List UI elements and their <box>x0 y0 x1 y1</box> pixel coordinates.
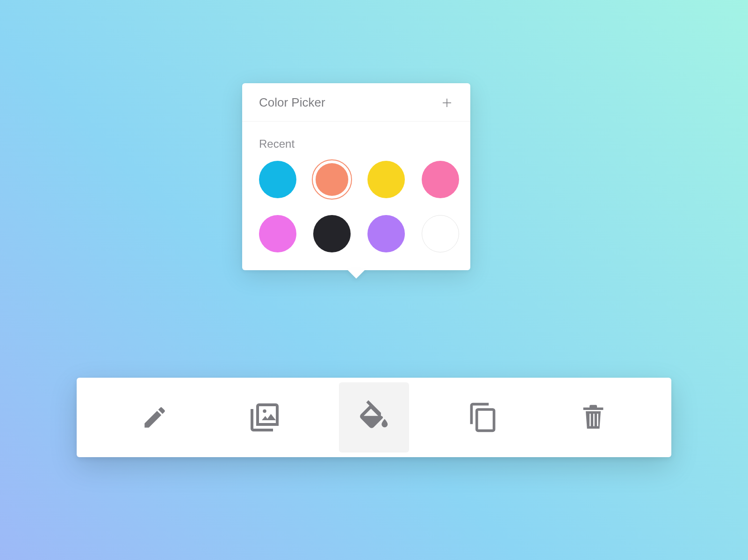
color-picker-popover: Color Picker Recent <box>242 83 470 270</box>
swatch-grid <box>242 161 470 252</box>
trash-icon <box>578 402 608 432</box>
fill-button[interactable] <box>339 382 409 452</box>
copy-button[interactable] <box>448 382 518 452</box>
swatch-white[interactable] <box>422 215 459 252</box>
image-stack-icon <box>248 401 281 434</box>
swatch-coral[interactable] <box>316 163 348 196</box>
popover-header: Color Picker <box>242 83 470 122</box>
recent-label: Recent <box>242 122 470 161</box>
toolbar <box>77 378 671 457</box>
popover-title: Color Picker <box>259 95 325 110</box>
popover-pointer <box>347 269 366 279</box>
plus-icon <box>441 97 453 108</box>
edit-button[interactable] <box>120 382 190 452</box>
add-color-button[interactable] <box>440 96 453 109</box>
swatch-yellow[interactable] <box>367 161 405 198</box>
swatch-cyan[interactable] <box>259 161 296 198</box>
swatch-pink[interactable] <box>422 161 459 198</box>
pencil-icon <box>141 404 168 431</box>
paint-fill-icon <box>356 399 392 436</box>
swatch-magenta[interactable] <box>259 215 296 252</box>
image-button[interactable] <box>230 382 300 452</box>
swatch-black[interactable] <box>313 215 351 252</box>
delete-button[interactable] <box>558 382 628 452</box>
swatch-purple[interactable] <box>367 215 405 252</box>
copy-icon <box>468 402 499 433</box>
